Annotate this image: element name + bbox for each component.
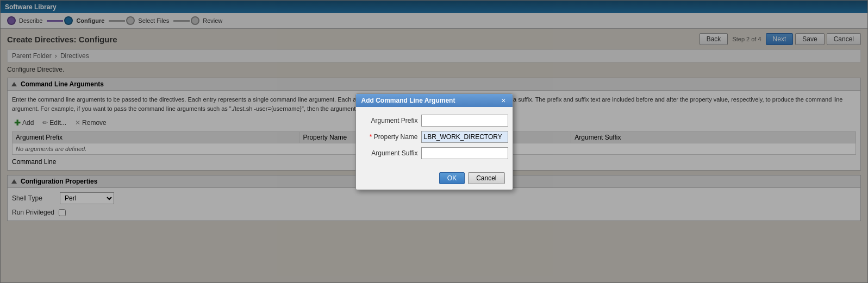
argument-suffix-label: Argument Suffix: [364, 149, 418, 157]
modal-overlay: Add Command Line Argument × Argument Pre…: [0, 0, 868, 283]
argument-prefix-field: Argument Prefix: [364, 115, 505, 127]
argument-prefix-label: Argument Prefix: [364, 117, 418, 124]
argument-suffix-input[interactable]: [421, 147, 508, 159]
modal-close-button[interactable]: ×: [500, 97, 507, 104]
modal-title-bar: Add Command Line Argument ×: [356, 94, 513, 107]
required-star: *: [370, 133, 372, 141]
modal-body: Argument Prefix * Property Name Argument…: [356, 107, 513, 169]
modal-ok-button[interactable]: OK: [439, 172, 465, 184]
modal-cancel-button[interactable]: Cancel: [468, 172, 504, 184]
add-argument-modal: Add Command Line Argument × Argument Pre…: [355, 93, 513, 190]
argument-suffix-field: Argument Suffix: [364, 147, 505, 159]
modal-title: Add Command Line Argument: [361, 97, 455, 104]
property-name-label: * Property Name: [364, 133, 418, 141]
property-name-input[interactable]: [421, 131, 508, 143]
argument-prefix-input[interactable]: [421, 115, 508, 127]
modal-footer: OK Cancel: [356, 169, 513, 190]
property-name-field: * Property Name: [364, 131, 505, 143]
